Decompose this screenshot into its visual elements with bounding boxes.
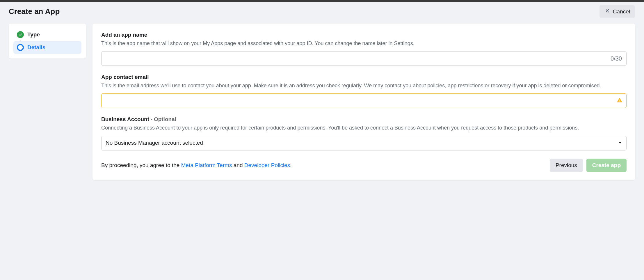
contact-email-input[interactable]: [101, 93, 627, 108]
business-account-select[interactable]: No Business Manager account selected: [101, 136, 627, 150]
stepper-sidebar: Type Details: [9, 24, 86, 59]
agree-prefix: By proceeding, you agree to the: [101, 162, 181, 168]
close-icon: [605, 8, 610, 15]
step-label: Details: [27, 44, 45, 51]
page-header: Create an App Cancel: [0, 2, 644, 24]
circle-icon: [17, 44, 24, 51]
step-label: Type: [27, 31, 40, 38]
app-name-desc: This is the app name that will show on y…: [101, 40, 627, 47]
contact-email-input-wrapper: [101, 93, 627, 108]
field-contact-email: App contact email This is the email addr…: [101, 74, 627, 108]
checkmark-icon: [17, 31, 24, 38]
warning-icon: [617, 97, 622, 104]
terms-link[interactable]: Meta Platform Terms: [181, 162, 232, 168]
content-area: Type Details Add an app name This is the…: [0, 24, 644, 189]
agreement-text: By proceeding, you agree to the Meta Pla…: [101, 162, 291, 169]
step-type[interactable]: Type: [13, 28, 81, 41]
agree-suffix: .: [290, 162, 291, 168]
window-top-bar: [0, 0, 644, 2]
button-row: Previous Create app: [550, 159, 627, 172]
business-account-title: Business Account · Optional: [101, 116, 627, 123]
contact-email-title: App contact email: [101, 74, 627, 80]
optional-label: · Optional: [149, 116, 176, 122]
cancel-button[interactable]: Cancel: [599, 5, 635, 18]
footer-row: By proceeding, you agree to the Meta Pla…: [101, 159, 627, 172]
char-counter: 0/30: [611, 55, 622, 62]
contact-email-desc: This is the email address we'll use to c…: [101, 82, 627, 89]
business-account-title-text: Business Account: [101, 116, 149, 122]
create-app-button[interactable]: Create app: [586, 159, 627, 172]
page-title: Create an App: [9, 7, 60, 16]
app-name-input-wrapper: 0/30: [101, 51, 627, 66]
step-details[interactable]: Details: [13, 41, 81, 54]
previous-button[interactable]: Previous: [550, 159, 583, 172]
policies-link[interactable]: Developer Policies: [244, 162, 290, 168]
app-name-input[interactable]: [101, 51, 627, 66]
field-business-account: Business Account · Optional Connecting a…: [101, 116, 627, 150]
agree-mid: and: [232, 162, 244, 168]
main-panel: Add an app name This is the app name tha…: [92, 24, 635, 180]
cancel-label: Cancel: [613, 8, 630, 15]
field-app-name: Add an app name This is the app name tha…: [101, 32, 627, 66]
business-account-desc: Connecting a Business Account to your ap…: [101, 124, 627, 132]
app-name-title: Add an app name: [101, 32, 627, 38]
business-account-select-wrapper: No Business Manager account selected: [101, 136, 627, 150]
